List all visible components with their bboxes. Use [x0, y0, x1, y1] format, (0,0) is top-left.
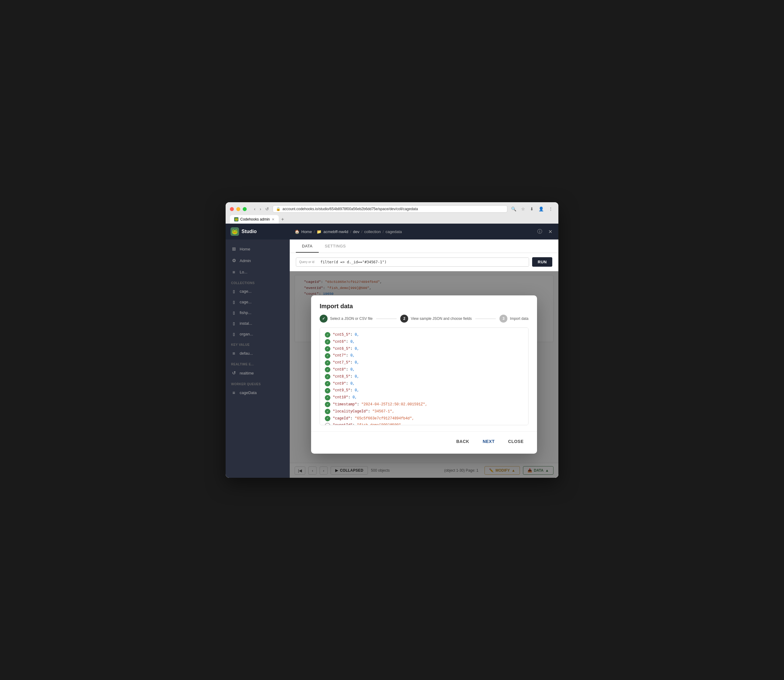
json-field-list: ✓"cnt5_5": 0,✓"cnt6": 0,✓"cnt6_5": 0,✓"c…: [320, 327, 528, 425]
checked-icon[interactable]: ✓: [325, 381, 330, 386]
json-field-row[interactable]: ✓"cnt6_5": 0,: [325, 345, 523, 353]
address-bar[interactable]: 🔒 account.codehooks.io/studio/654b8978f0…: [273, 205, 507, 212]
sidebar-item-cagedata1[interactable]: [] cage...: [226, 286, 290, 297]
json-key-text: "localityCageId": "34567-1",: [333, 408, 394, 415]
checked-icon[interactable]: ✓: [325, 332, 330, 338]
search-icon[interactable]: 🔍: [510, 206, 517, 212]
json-field-row[interactable]: ✓"cnt6": 0,: [325, 338, 523, 345]
sidebar-section-collections: Collections: [226, 278, 290, 286]
checked-icon[interactable]: ✓: [325, 353, 330, 359]
sidebar-item-organ[interactable]: [] organ...: [226, 329, 290, 339]
refresh-nav-btn[interactable]: ↺: [264, 206, 270, 212]
breadcrumb-space[interactable]: acmebff-nw4d: [323, 230, 348, 234]
step-1: ✓ Select a JSON or CSV file: [320, 315, 372, 323]
breadcrumb-sep-1: /: [314, 230, 315, 234]
sidebar: ⊞ Home ⚙ Admin ≡ Lo... Collections [] ca…: [226, 239, 290, 478]
tab-settings[interactable]: SETTINGS: [319, 239, 352, 253]
breadcrumb-home[interactable]: Home: [301, 230, 312, 234]
sidebar-cagedata-worker-label: cageData: [240, 390, 257, 395]
checked-icon[interactable]: ✓: [325, 360, 330, 366]
tab-close-btn[interactable]: ✕: [272, 217, 275, 222]
tab-data[interactable]: DATA: [296, 239, 319, 253]
download-icon[interactable]: ⬇: [529, 206, 535, 212]
json-field-row[interactable]: ✓"cnt10": 0,: [325, 394, 523, 401]
sidebar-item-cagedata2[interactable]: [] cage...: [226, 297, 290, 307]
maximize-traffic-light[interactable]: [243, 207, 247, 211]
bookmark-icon[interactable]: ☆: [520, 206, 526, 212]
step-1-circle: ✓: [320, 315, 328, 323]
json-field-row[interactable]: ✓"cnt9_5": 0,: [325, 387, 523, 394]
url-text: account.codehooks.io/studio/654b8978f00a…: [283, 207, 418, 211]
back-nav-btn[interactable]: ‹: [253, 206, 257, 212]
json-field-row[interactable]: ✓"localityCageId": "34567-1",: [325, 408, 523, 415]
breadcrumb-sep-4: /: [383, 230, 384, 234]
json-key-text: "cnt9": 0,: [333, 380, 355, 387]
json-field-row[interactable]: ✓"timestamp": "2024-04-25T12:50:02.00159…: [325, 401, 523, 408]
step-3-circle: 3: [500, 315, 507, 323]
data-content: "cageId": "65c51065e7cf91274894fb4d", "e…: [290, 271, 558, 478]
run-btn[interactable]: RUN: [532, 257, 552, 267]
forward-nav-btn[interactable]: ›: [259, 206, 262, 212]
sidebar-fishp-label: fishp...: [240, 310, 251, 315]
app-body: 🐸 Studio 🏠 Home / 📁 acmebff-nw4d / dev /…: [226, 224, 558, 478]
checked-icon[interactable]: ✓: [325, 339, 330, 345]
json-field-row[interactable]: ✓"cageId": "65c5f663e7cf91274894fb4d",: [325, 415, 523, 422]
json-key-text: "eventId": "fish_demo[999]@500",: [333, 422, 403, 425]
info-icon-btn[interactable]: ⓘ: [536, 227, 544, 236]
sidebar-item-fishp[interactable]: [] fishp...: [226, 307, 290, 318]
modal-title: Import data: [320, 303, 528, 310]
browser-chrome: ‹ › ↺ 🔒 account.codehooks.io/studio/654b…: [226, 202, 558, 224]
sidebar-item-cagedata-worker[interactable]: ≡ cageData: [226, 387, 290, 398]
breadcrumb-dev[interactable]: dev: [353, 230, 359, 234]
checked-icon[interactable]: ✓: [325, 395, 330, 400]
json-key-text: "timestamp": "2024-04-25T12:50:02.001591…: [333, 401, 427, 408]
checked-icon[interactable]: ✓: [325, 409, 330, 414]
json-field-row[interactable]: ✓"cnt9": 0,: [325, 380, 523, 387]
json-field-row[interactable]: ✓"cnt7": 0,: [325, 352, 523, 359]
close-traffic-light[interactable]: [230, 207, 234, 211]
sidebar-item-admin[interactable]: ⚙ Admin: [226, 255, 290, 266]
tab-bar: 🐸 Codehooks admin ✕ +: [230, 215, 554, 224]
unchecked-icon[interactable]: [325, 423, 330, 425]
home-icon: 🏠: [295, 230, 300, 234]
checked-icon[interactable]: ✓: [325, 402, 330, 407]
json-field-row[interactable]: ✓"cnt8": 0,: [325, 366, 523, 373]
json-field-row[interactable]: "eventId": "fish_demo[999]@500",: [325, 422, 523, 425]
collection-icon-5: []: [231, 332, 237, 336]
next-btn[interactable]: NEXT: [478, 436, 500, 446]
collection-icon-2: []: [231, 300, 237, 304]
checked-icon[interactable]: ✓: [325, 346, 330, 352]
sidebar-default-label: defau...: [240, 351, 253, 356]
profile-icon[interactable]: 👤: [537, 206, 545, 212]
back-btn[interactable]: BACK: [451, 436, 474, 446]
browser-tab[interactable]: 🐸 Codehooks admin ✕: [230, 215, 279, 224]
step-2: 2 View sample JSON and choose fields: [400, 315, 472, 323]
sidebar-item-instal[interactable]: [] instal...: [226, 318, 290, 329]
minimize-traffic-light[interactable]: [236, 207, 240, 211]
breadcrumb-sep-2: /: [350, 230, 351, 234]
collection-icon-3: []: [231, 311, 237, 315]
json-key-text: "cnt7_5": 0,: [333, 359, 359, 366]
query-label: Query or id: [299, 260, 314, 264]
checked-icon[interactable]: ✓: [325, 388, 330, 394]
menu-icon[interactable]: ⋮: [547, 206, 554, 212]
json-field-row[interactable]: ✓"cnt8_5": 0,: [325, 373, 523, 380]
close-header-btn[interactable]: ✕: [547, 228, 553, 236]
close-btn[interactable]: CLOSE: [503, 436, 528, 446]
browser-nav: ‹ › ↺: [253, 206, 270, 212]
sidebar-item-default[interactable]: ≡ defau...: [226, 348, 290, 359]
sidebar-item-home[interactable]: ⊞ Home: [226, 243, 290, 255]
breadcrumb-sep-3: /: [361, 230, 362, 234]
checked-icon[interactable]: ✓: [325, 416, 330, 421]
query-input[interactable]: [317, 258, 529, 266]
new-tab-btn[interactable]: +: [279, 216, 286, 223]
checked-icon[interactable]: ✓: [325, 367, 330, 372]
sidebar-cagedata1-label: cage...: [240, 289, 251, 294]
sidebar-item-realtime[interactable]: ↺ realtime: [226, 367, 290, 379]
step-3-label: Import data: [510, 316, 528, 321]
checked-icon[interactable]: ✓: [325, 374, 330, 379]
json-field-row[interactable]: ✓"cnt5_5": 0,: [325, 331, 523, 338]
sidebar-item-logs[interactable]: ≡ Lo...: [226, 266, 290, 278]
json-field-row[interactable]: ✓"cnt7_5": 0,: [325, 359, 523, 366]
json-key-text: "cnt6_5": 0,: [333, 345, 359, 353]
